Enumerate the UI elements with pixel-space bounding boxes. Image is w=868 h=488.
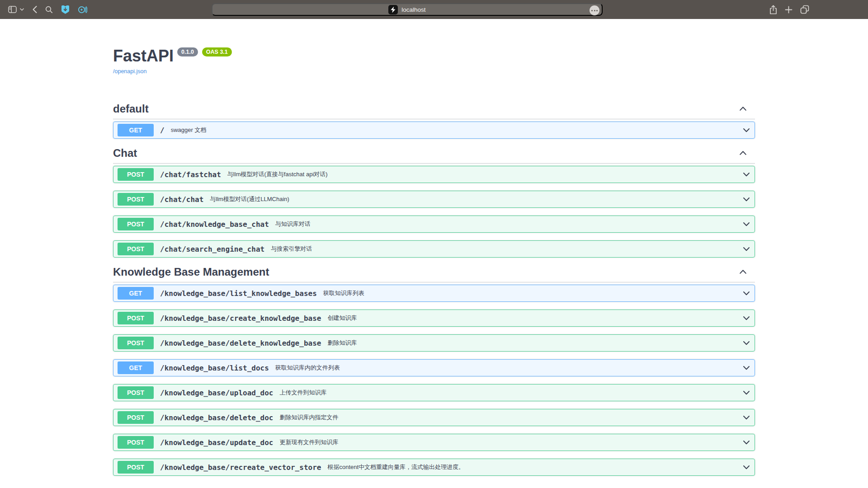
operation-path: /knowledge_base/delete_doc xyxy=(160,413,273,422)
chevron-down-icon[interactable] xyxy=(742,314,751,323)
operation-path: /knowledge_base/update_doc xyxy=(160,438,273,447)
method-badge: POST xyxy=(118,461,154,474)
method-badge: POST xyxy=(118,436,154,449)
method-badge: POST xyxy=(118,218,154,230)
operation-summary: 上传文件到知识库 xyxy=(279,389,326,397)
operation-row[interactable]: POST /chat/fastchat 与llm模型对话(直接与fastchat… xyxy=(113,166,755,183)
operation-row[interactable]: GET /knowledge_base/list_docs 获取知识库内的文件列… xyxy=(113,359,755,376)
back-icon xyxy=(32,5,37,14)
address-bar[interactable]: localhost xyxy=(212,3,603,16)
method-badge: GET xyxy=(118,287,154,300)
chevron-up-icon[interactable] xyxy=(738,267,748,277)
search-button[interactable] xyxy=(45,6,53,14)
operation-row[interactable]: POST /knowledge_base/delete_doc 删除知识库内指定… xyxy=(113,409,755,426)
api-info-header: FastAPI 0.1.0 OAS 3.1 xyxy=(113,46,755,66)
chevron-down-icon[interactable] xyxy=(742,220,751,229)
back-button[interactable] xyxy=(32,5,37,14)
operation-row[interactable]: POST /knowledge_base/create_knowledge_ba… xyxy=(113,310,755,327)
oas-badge: OAS 3.1 xyxy=(202,47,232,56)
chevron-down-icon[interactable] xyxy=(742,289,751,298)
operation-row[interactable]: GET /knowledge_base/list_knowledge_bases… xyxy=(113,285,755,302)
operation-summary: 与搜索引擎对话 xyxy=(271,245,312,253)
section-header[interactable]: Knowledge Base Management xyxy=(113,265,755,282)
section-title: default xyxy=(113,102,149,115)
chevron-down-icon[interactable] xyxy=(742,126,751,135)
method-badge: POST xyxy=(118,386,154,399)
operation-row[interactable]: POST /knowledge_base/recreate_vector_sto… xyxy=(113,459,755,476)
ellipsis-icon xyxy=(591,10,598,11)
operation-summary: 获取知识库列表 xyxy=(323,289,364,297)
share-button[interactable] xyxy=(769,5,777,14)
chevron-down-icon[interactable] xyxy=(742,463,751,472)
operation-path: /chat/knowledge_base_chat xyxy=(160,220,269,229)
operation-path: /knowledge_base/list_knowledge_bases xyxy=(160,289,317,298)
chevron-up-icon[interactable] xyxy=(738,148,748,158)
section-header[interactable]: default xyxy=(113,102,755,119)
operation-row[interactable]: POST /knowledge_base/upload_doc 上传文件到知识库 xyxy=(113,384,755,401)
tabs-overview-icon xyxy=(800,5,809,14)
chevron-down-icon[interactable] xyxy=(742,413,751,422)
api-title: FastAPI xyxy=(113,46,174,66)
operation-summary: 获取知识库内的文件列表 xyxy=(275,364,340,372)
method-badge: GET xyxy=(118,361,154,374)
operation-row[interactable]: POST /chat/chat 与llm模型对话(通过LLMChain) xyxy=(113,191,755,208)
method-badge: POST xyxy=(118,337,154,349)
swagger-page: FastAPI 0.1.0 OAS 3.1 /openapi.json defa… xyxy=(0,19,868,488)
operation-path: / xyxy=(160,126,165,135)
operation-summary: 创建知识库 xyxy=(327,314,357,322)
operation-path: /chat/fastchat xyxy=(160,170,221,179)
chevron-down-icon xyxy=(20,8,24,11)
method-badge: POST xyxy=(118,411,154,424)
method-badge: POST xyxy=(118,168,154,181)
operation-row[interactable]: POST /chat/search_engine_chat 与搜索引擎对话 xyxy=(113,240,755,258)
new-tab-button[interactable] xyxy=(785,6,793,14)
operation-row[interactable]: POST /chat/knowledge_base_chat 与知识库对话 xyxy=(113,216,755,233)
content-blocker-button[interactable] xyxy=(61,5,70,14)
operation-path: /knowledge_base/upload_doc xyxy=(160,389,273,397)
chevron-down-icon[interactable] xyxy=(742,244,751,253)
operation-summary: swagger 文档 xyxy=(171,126,207,134)
site-favicon xyxy=(388,5,398,14)
chevron-down-icon[interactable] xyxy=(742,363,751,372)
toolbar-right-group xyxy=(769,0,809,19)
operation-path: /chat/search_engine_chat xyxy=(160,245,264,253)
chevron-down-icon[interactable] xyxy=(742,388,751,397)
operation-summary: 与llm模型对话(通过LLMChain) xyxy=(210,195,289,203)
tabs-overview-button[interactable] xyxy=(800,5,809,14)
content-blocker-icon xyxy=(61,5,70,14)
operation-summary: 与llm模型对话(直接与fastchat api对话) xyxy=(227,170,328,178)
address-text: localhost xyxy=(401,6,425,13)
sidebar-menu-button[interactable] xyxy=(20,8,24,11)
operation-summary: 更新现有文件到知识库 xyxy=(279,438,338,446)
chevron-down-icon[interactable] xyxy=(742,195,751,204)
page-settings-button[interactable] xyxy=(590,5,599,15)
method-badge: POST xyxy=(118,243,154,255)
operation-path: /knowledge_base/recreate_vector_store xyxy=(160,463,321,472)
method-badge: POST xyxy=(118,312,154,324)
operation-path: /knowledge_base/delete_knowledge_base xyxy=(160,339,321,347)
api-sections: default GET / swagger 文档 Chat xyxy=(113,102,755,476)
chevron-down-icon[interactable] xyxy=(742,338,751,347)
openapi-spec-link[interactable]: /openapi.json xyxy=(113,68,146,75)
operation-row[interactable]: POST /knowledge_base/update_doc 更新现有文件到知… xyxy=(113,434,755,451)
chevron-down-icon[interactable] xyxy=(742,438,751,447)
section-header[interactable]: Chat xyxy=(113,146,755,164)
operation-summary: 删除知识库内指定文件 xyxy=(279,413,338,422)
method-badge: POST xyxy=(118,193,154,206)
operation-summary: 与知识库对话 xyxy=(275,220,311,228)
live-broadcast-button[interactable] xyxy=(78,5,87,14)
operation-row[interactable]: POST /knowledge_base/delete_knowledge_ba… xyxy=(113,334,755,352)
chevron-up-icon[interactable] xyxy=(738,104,748,113)
sidebar-button[interactable] xyxy=(8,6,17,13)
api-section: Chat POST /chat/fastchat 与llm模型对话(直接与fas… xyxy=(113,146,755,258)
new-tab-icon xyxy=(785,6,793,14)
section-title: Chat xyxy=(113,146,137,160)
chevron-down-icon[interactable] xyxy=(742,170,751,179)
operation-summary: 删除知识库 xyxy=(327,339,357,347)
toolbar-left-group xyxy=(8,0,87,19)
method-badge: GET xyxy=(118,124,154,136)
share-icon xyxy=(769,5,777,14)
operation-row[interactable]: GET / swagger 文档 xyxy=(113,122,755,139)
operation-path: /knowledge_base/create_knowledge_base xyxy=(160,314,321,323)
section-title: Knowledge Base Management xyxy=(113,265,269,278)
